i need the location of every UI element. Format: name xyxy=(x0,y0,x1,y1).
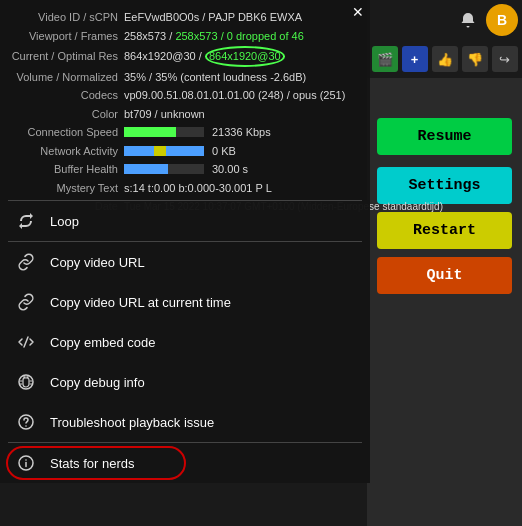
videoid-label: Video ID / sCPN xyxy=(8,9,118,26)
connection-bar-fill xyxy=(124,127,176,137)
menu-item-loop[interactable]: Loop xyxy=(0,201,370,241)
user-avatar[interactable]: B xyxy=(486,4,518,36)
network-kb: 0 KB xyxy=(212,143,236,160)
connection-bar-bg xyxy=(124,127,204,137)
stats-row-buffer: Buffer Health 30.00 s xyxy=(0,160,370,179)
connection-kbps: 21336 Kbps xyxy=(212,124,271,141)
videoid-value: EeFVwdB0O0s / PAJP DBK6 EWXA xyxy=(124,9,302,26)
network-label: Network Activity xyxy=(8,143,118,160)
current-label: Current / Optimal Res xyxy=(8,48,118,65)
buffer-seconds: 30.00 s xyxy=(212,161,248,178)
restart-button[interactable]: Restart xyxy=(377,212,512,249)
connection-label: Connection Speed xyxy=(8,124,118,141)
help-icon xyxy=(16,412,36,432)
viewport-value: 258x573 / 258x573 / 0 dropped of 46 xyxy=(124,28,304,45)
network-value: 0 KB xyxy=(124,143,236,160)
buffer-bar-fill xyxy=(124,164,168,174)
link-time-icon xyxy=(16,292,36,312)
share-icon[interactable]: ↪ xyxy=(492,46,518,72)
quit-button[interactable]: Quit xyxy=(377,257,512,294)
troubleshoot-label: Troubleshoot playback issue xyxy=(50,415,214,430)
copy-embed-label: Copy embed code xyxy=(50,335,156,350)
copy-debug-label: Copy debug info xyxy=(50,375,145,390)
stats-row-color: Color bt709 / unknown xyxy=(0,105,370,124)
volume-label: Volume / Normalized xyxy=(8,69,118,86)
dropped-frames: 258x573 / 0 dropped of 46 xyxy=(175,30,303,42)
connection-value: 21336 Kbps xyxy=(124,124,271,141)
embed-icon xyxy=(16,332,36,352)
stats-row-videoid: Video ID / sCPN EeFVwdB0O0s / PAJP DBK6 … xyxy=(0,8,370,27)
color-label: Color xyxy=(8,106,118,123)
close-icon[interactable]: ✕ xyxy=(348,2,368,22)
viewport-label: Viewport / Frames xyxy=(8,28,118,45)
link-icon xyxy=(16,252,36,272)
info-icon xyxy=(16,453,36,473)
codecs-value: vp09.00.51.08.01.01.01.00 (248) / opus (… xyxy=(124,87,345,104)
codecs-label: Codecs xyxy=(8,87,118,104)
buffer-bar-bg xyxy=(124,164,204,174)
buffer-label: Buffer Health xyxy=(8,161,118,178)
mystery-value: s:14 t:0.00 b:0.000-30.001 P L xyxy=(124,180,272,197)
loop-icon xyxy=(16,211,36,231)
top-bar: B xyxy=(367,0,522,40)
menu-item-copy-embed[interactable]: Copy embed code xyxy=(0,322,370,362)
thumbsup-icon[interactable]: 👍 xyxy=(432,46,458,72)
color-value: bt709 / unknown xyxy=(124,106,205,123)
buffer-value: 30.00 s xyxy=(124,161,248,178)
stats-row-network: Network Activity 0 KB xyxy=(0,142,370,161)
add-icon[interactable]: + xyxy=(402,46,428,72)
camera-icon[interactable]: 🎬 xyxy=(372,46,398,72)
stats-row-connection: Connection Speed 21336 Kbps xyxy=(0,123,370,142)
optimal-res: 864x1920@30 xyxy=(205,46,285,67)
copy-url-time-label: Copy video URL at current time xyxy=(50,295,231,310)
context-menu: Loop Copy video URL Copy video URL at cu… xyxy=(0,200,370,483)
menu-item-copy-debug[interactable]: Copy debug info xyxy=(0,362,370,402)
stats-row-volume: Volume / Normalized 35% / 35% (content l… xyxy=(0,68,370,87)
thumbsdown-icon[interactable]: 👎 xyxy=(462,46,488,72)
copy-url-label: Copy video URL xyxy=(50,255,145,270)
stats-row-mystery: Mystery Text s:14 t:0.00 b:0.000-30.001 … xyxy=(0,179,370,198)
right-panel: B 🎬 + 👍 👎 ↪ Resume Settings Restart Quit xyxy=(367,0,522,526)
stats-row-current: Current / Optimal Res 864x1920@30 / 864x… xyxy=(0,45,370,68)
menu-item-copy-url[interactable]: Copy video URL xyxy=(0,242,370,282)
video-controls-bar: 🎬 + 👍 👎 ↪ xyxy=(367,40,522,78)
loop-label: Loop xyxy=(50,214,79,229)
stats-nerds-label: Stats for nerds xyxy=(50,456,135,471)
svg-point-2 xyxy=(25,425,27,427)
network-bar xyxy=(124,146,204,156)
stats-row-codecs: Codecs vp09.00.51.08.01.01.01.00 (248) /… xyxy=(0,86,370,105)
menu-item-stats-nerds[interactable]: Stats for nerds xyxy=(0,443,370,483)
notifications-icon[interactable] xyxy=(454,6,482,34)
network-bar-segment xyxy=(154,146,166,156)
menu-item-troubleshoot[interactable]: Troubleshoot playback issue xyxy=(0,402,370,442)
menu-item-copy-url-time[interactable]: Copy video URL at current time xyxy=(0,282,370,322)
svg-point-4 xyxy=(25,459,27,461)
current-value: 864x1920@30 / 864x1920@30 xyxy=(124,46,285,67)
resume-button[interactable]: Resume xyxy=(377,118,512,155)
stats-row-viewport: Viewport / Frames 258x573 / 258x573 / 0 … xyxy=(0,27,370,46)
mystery-label: Mystery Text xyxy=(8,180,118,197)
debug-icon xyxy=(16,372,36,392)
volume-value: 35% / 35% (content loudness -2.6dB) xyxy=(124,69,306,86)
stats-panel: ✕ Video ID / sCPN EeFVwdB0O0s / PAJP DBK… xyxy=(0,0,370,220)
